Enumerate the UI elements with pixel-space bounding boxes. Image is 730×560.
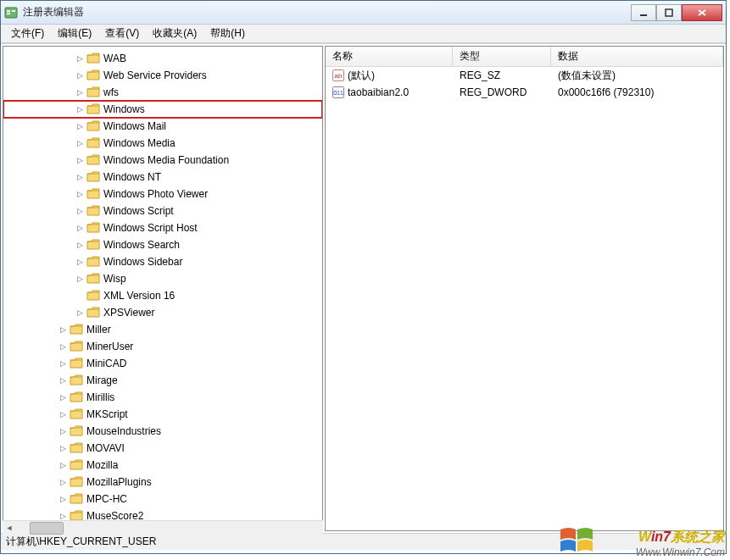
tree-item[interactable]: ▷MozillaPlugins (3, 474, 322, 491)
menu-file[interactable]: 文件(F) (4, 25, 51, 42)
tree-expander-icon[interactable]: ▷ (58, 375, 68, 385)
tree-item-label: XML Version 16 (103, 290, 175, 302)
tree-item-label: Web Service Providers (103, 69, 207, 81)
column-header-name[interactable]: 名称 (326, 47, 453, 66)
menu-view[interactable]: 查看(V) (98, 25, 146, 42)
list-body[interactable]: ab(默认)REG_SZ(数值未设置)011taobaibian2.0REG_D… (326, 67, 723, 530)
tree-item[interactable]: ▷Windows Media Foundation (3, 152, 322, 169)
tree-expander-icon[interactable]: ▷ (75, 223, 85, 233)
menu-help[interactable]: 帮助(H) (203, 25, 252, 42)
column-header-data[interactable]: 数据 (551, 47, 723, 66)
tree-item[interactable]: ▷Windows Script Host (3, 219, 322, 236)
maximize-button[interactable] (656, 4, 682, 21)
tree-item-label: WAB (103, 53, 126, 64)
tree-expander-icon[interactable]: ▷ (75, 257, 85, 267)
column-header-type[interactable]: 类型 (453, 47, 551, 66)
tree-item-label: MozillaPlugins (86, 476, 152, 488)
menubar: 文件(F) 编辑(E) 查看(V) 收藏夹(A) 帮助(H) (1, 25, 726, 43)
tree-item-label: Miller (86, 324, 111, 335)
tree-item-label: Windows Script Host (103, 222, 198, 234)
tree-item[interactable]: ▷MiniCAD (3, 355, 322, 372)
tree-item[interactable]: ▷Windows Script (3, 202, 322, 219)
tree-item[interactable]: ▷Web Service Providers (3, 67, 322, 84)
tree-item[interactable]: ▷Mozilla (3, 457, 322, 474)
tree-expander-icon[interactable]: ▷ (75, 274, 85, 284)
tree-expander-icon[interactable]: ▷ (75, 189, 85, 199)
scroll-left-icon[interactable]: ◄ (3, 522, 16, 535)
tree-item-label: Windows Media Foundation (103, 154, 229, 166)
menu-edit[interactable]: 编辑(E) (51, 25, 98, 42)
tree-item[interactable]: ▷Windows Mail (3, 118, 322, 135)
menu-favorites[interactable]: 收藏夹(A) (146, 25, 203, 42)
tree-horizontal-scrollbar[interactable]: ◄ (3, 520, 323, 535)
list-row[interactable]: 011taobaibian2.0REG_DWORD0x000c16f6 (792… (326, 84, 723, 101)
tree-item[interactable]: ▷MOVAVI (3, 440, 322, 457)
scroll-thumb[interactable] (30, 522, 64, 535)
tree-item[interactable]: ▷MPC-HC (3, 491, 322, 507)
tree-item[interactable]: ▷Windows Media (3, 135, 322, 152)
tree-item[interactable]: ▷MKScript (3, 406, 322, 423)
watermark-text: Win7系统之家 Www.Winwin7.Com (636, 529, 725, 558)
tree-expander-icon[interactable]: ▷ (58, 460, 68, 470)
tree-expander-icon[interactable]: ▷ (58, 392, 68, 402)
folder-icon (70, 425, 83, 437)
close-icon (697, 8, 707, 17)
tree-expander-icon[interactable]: ▷ (58, 426, 68, 436)
tree-item[interactable]: ▷wfs (3, 84, 322, 101)
statusbar: 计算机\HKEY_CURRENT_USER (1, 533, 726, 550)
tree-item-label: Windows Mail (103, 120, 166, 132)
list-row[interactable]: ab(默认)REG_SZ(数值未设置) (326, 67, 723, 84)
tree-item-label: MOVAVI (86, 442, 125, 454)
tree-item[interactable]: ▷WAB (3, 50, 322, 67)
tree-expander-icon[interactable]: ▷ (58, 358, 68, 369)
tree-expander-icon[interactable]: ▷ (75, 308, 85, 318)
tree-expander-icon[interactable]: ▷ (75, 87, 85, 97)
tree-item-label: MiniCAD (86, 358, 126, 369)
tree-item-label: MPC-HC (86, 493, 127, 505)
tree-expander-icon[interactable]: ▷ (75, 53, 85, 64)
tree-item[interactable]: ▷Mirage (3, 372, 322, 389)
tree-item[interactable]: ▷Miller (3, 321, 322, 338)
tree-expander-icon[interactable]: ▷ (58, 443, 68, 453)
tree-item[interactable]: ▷Windows Photo Viewer (3, 186, 322, 202)
tree-expander-icon[interactable]: ▷ (58, 409, 68, 419)
tree-expander-icon[interactable]: ▷ (75, 240, 85, 250)
titlebar[interactable]: 注册表编辑器 (1, 1, 726, 25)
tree-expander-icon[interactable]: ▷ (75, 104, 85, 114)
tree-expander-icon[interactable]: ▷ (75, 155, 85, 165)
tree-expander-icon[interactable]: ▷ (58, 494, 68, 504)
watermark-logo (559, 524, 594, 560)
minimize-button[interactable] (631, 4, 656, 21)
tree-item[interactable]: ▷XPSViewer (3, 304, 322, 321)
tree-expander-icon[interactable]: ▷ (75, 70, 85, 80)
tree-item[interactable]: ▷Mirillis (3, 389, 322, 406)
folder-icon (70, 374, 83, 386)
folder-icon (86, 222, 100, 234)
tree-expander-icon[interactable]: ▷ (75, 121, 85, 131)
folder-icon (86, 137, 100, 149)
tree-item[interactable]: ▷Windows Search (3, 236, 322, 253)
tree-item[interactable]: ▷MinerUser (3, 338, 322, 355)
tree-expander-icon[interactable]: ▷ (75, 172, 85, 182)
tree-expander-icon[interactable]: ▷ (75, 206, 85, 216)
tree-item[interactable]: XML Version 16 (3, 287, 322, 304)
tree-expander-icon[interactable]: ▷ (75, 138, 85, 148)
tree-item[interactable]: ▷Windows (3, 101, 322, 118)
tree-item[interactable]: ▷Wisp (3, 270, 322, 287)
tree-item-label: wfs (103, 86, 119, 98)
folder-icon (86, 307, 100, 319)
tree-expander-icon[interactable]: ▷ (58, 477, 68, 487)
tree-expander-icon[interactable]: ▷ (58, 341, 68, 352)
tree-expander-icon[interactable] (75, 291, 85, 301)
tree-item[interactable]: ▷Windows Sidebar (3, 253, 322, 270)
tree-pane[interactable]: ▷WAB▷Web Service Providers▷wfs▷Windows▷W… (3, 46, 323, 531)
tree-item[interactable]: ▷MouseIndustries (3, 423, 322, 440)
folder-icon (70, 459, 83, 471)
tree-item-label: MKScript (86, 408, 128, 420)
tree-item-label: Mozilla (86, 459, 118, 471)
folder-icon (70, 358, 83, 369)
tree-item[interactable]: ▷Windows NT (3, 169, 322, 186)
folder-icon (70, 408, 83, 420)
tree-expander-icon[interactable]: ▷ (58, 324, 68, 335)
close-button[interactable] (682, 4, 722, 21)
